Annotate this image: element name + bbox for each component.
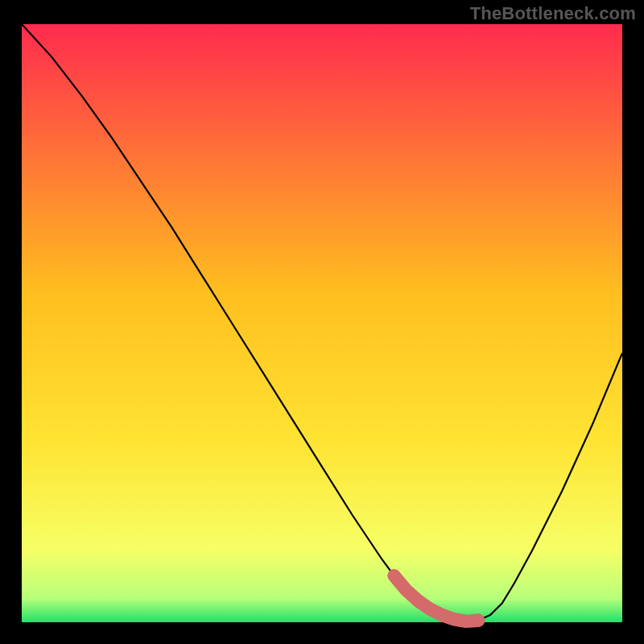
bottleneck-chart xyxy=(0,0,644,644)
optimal-point-dot xyxy=(472,614,485,627)
chart-gradient-background xyxy=(22,24,622,622)
